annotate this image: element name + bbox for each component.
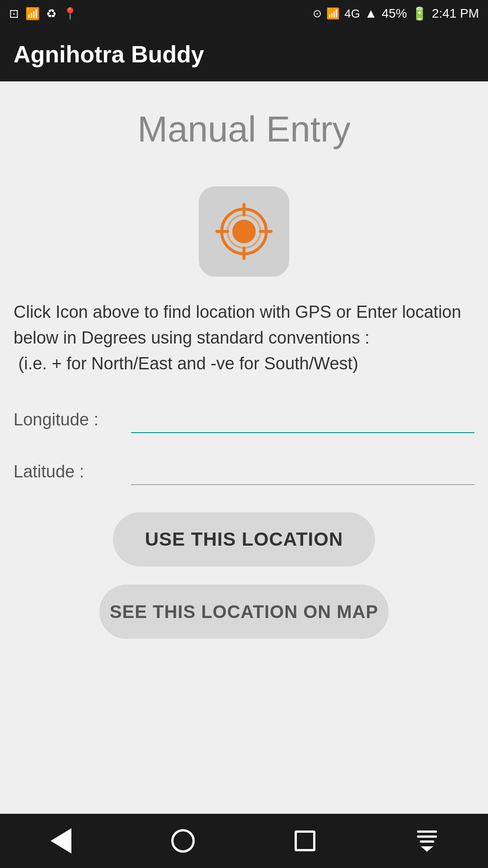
latitude-label: Latitude :	[14, 462, 122, 485]
latitude-input[interactable]	[131, 456, 474, 485]
use-location-button[interactable]: USE THIS LOCATION	[113, 512, 375, 566]
longitude-input[interactable]	[131, 404, 474, 433]
back-button[interactable]	[43, 823, 79, 859]
svg-point-5	[232, 220, 256, 243]
network-type: 4G	[344, 7, 360, 21]
app-title: Agnihotra Buddy	[14, 41, 204, 68]
recents-button[interactable]	[287, 823, 323, 859]
app-bar: Agnihotra Buddy	[0, 27, 488, 81]
menu-icon	[417, 830, 437, 852]
gps-icon-button[interactable]	[199, 186, 289, 277]
time: 2:41 PM	[432, 6, 479, 21]
wifi-icon: 📶	[25, 7, 40, 21]
see-map-button[interactable]: SEE THIS LOCATION ON MAP	[99, 585, 389, 639]
image-icon: ⊡	[9, 7, 19, 21]
main-content: Manual Entry Click Icon above to find lo…	[0, 81, 488, 814]
battery-icon: 🔋	[412, 6, 427, 21]
status-bar: ⊡ 📶 ♻ 📍 ⊙ 📶 4G ▲ 45% 🔋 2:41 PM	[0, 0, 488, 27]
latitude-row: Latitude :	[14, 456, 474, 485]
sync-icon: ♻	[46, 7, 56, 21]
menu-bar-3	[420, 840, 434, 843]
home-icon	[171, 829, 195, 853]
maps-icon: 📍	[63, 7, 77, 21]
longitude-label: Longitude :	[14, 410, 122, 433]
button-container: USE THIS LOCATION SEE THIS LOCATION ON M…	[14, 512, 474, 639]
status-bar-right: ⊙ 📶 4G ▲ 45% 🔋 2:41 PM	[313, 6, 479, 21]
menu-bar-1	[417, 830, 437, 833]
recents-icon	[295, 830, 315, 851]
instruction-text: Click Icon above to find location with G…	[14, 299, 474, 377]
gps-icon	[215, 202, 273, 261]
menu-button[interactable]	[409, 823, 445, 859]
status-bar-icons: ⊡ 📶 ♻ 📍	[9, 7, 77, 21]
menu-bar-2	[417, 835, 437, 838]
longitude-row: Longitude :	[14, 404, 474, 433]
home-button[interactable]	[165, 823, 201, 859]
bottom-nav	[0, 814, 488, 868]
menu-arrow	[421, 846, 433, 852]
signal-icon: 📶	[326, 7, 340, 20]
page-title: Manual Entry	[137, 108, 350, 150]
network-icon: ⊙	[313, 7, 322, 20]
battery-percent: 45%	[382, 6, 407, 21]
signal-bars: ▲	[365, 6, 377, 21]
location-form: Longitude : Latitude :	[14, 404, 474, 485]
back-icon	[51, 828, 71, 854]
